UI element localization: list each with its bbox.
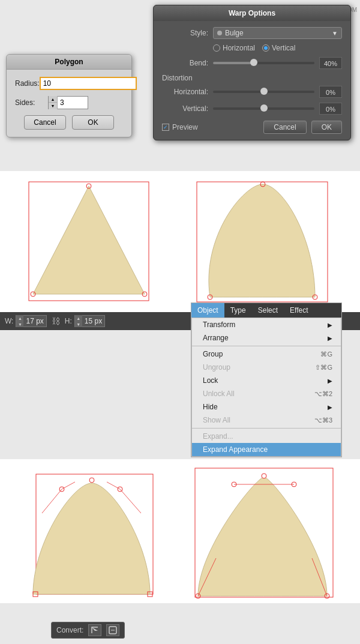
convert-corner-button[interactable] [88, 624, 101, 636]
bottom-canvas-area [0, 459, 360, 603]
w-value: 17 px [23, 317, 46, 325]
menu-group[interactable]: Group ⌘G [192, 348, 341, 361]
separator-2 [192, 428, 341, 429]
h-value: 15 px [82, 317, 104, 325]
vertical-radio-label: Vertical [272, 44, 295, 52]
svg-line-14 [42, 489, 62, 513]
object-dropdown: Transform ▶ Arrange ▶ Group ⌘G Ungroup ⇧… [191, 317, 341, 457]
polygon-ok-button[interactable]: OK [72, 115, 114, 130]
vertical-radio[interactable]: Vertical [262, 44, 295, 52]
preview-label: Preview [172, 123, 198, 131]
svg-point-23 [262, 474, 266, 478]
right-bottom-shape-svg [183, 465, 345, 603]
horizontal-radio-circle [213, 44, 220, 52]
w-spinbox[interactable]: ▲ ▼ 17 px [16, 315, 46, 327]
menu-effect[interactable]: Effect [284, 303, 314, 317]
menu-unlock-all[interactable]: Unlock All ⌥⌘2 [192, 387, 341, 400]
preview-checkbox-icon: ✓ [162, 124, 169, 131]
warp-ok-button[interactable]: OK [311, 121, 342, 134]
menu-object[interactable]: Object [191, 303, 224, 317]
polygon-dialog: Polygon Radius: Sides: ▲ ▼ 3 Cancel OK [6, 54, 132, 137]
svg-line-17 [107, 482, 120, 489]
menu-bar-items: Object Type Select Effect [191, 303, 341, 317]
style-label: Style: [162, 29, 213, 37]
h-down-arrow[interactable]: ▼ [75, 321, 82, 327]
style-dot-icon [217, 31, 222, 35]
separator-1 [192, 346, 341, 346]
convert-toolbar: Convert: [51, 622, 125, 639]
sides-spinner[interactable]: ▲ ▼ 3 [48, 96, 88, 109]
horizontal-radio[interactable]: Horizontal [213, 44, 255, 52]
sides-down-arrow[interactable]: ▼ [49, 103, 57, 109]
svg-marker-1 [33, 186, 145, 294]
horiz-distortion-label: Horizontal: [162, 88, 213, 96]
menu-expand[interactable]: Expand... [192, 430, 341, 443]
sides-label: Sides: [15, 98, 48, 107]
top-canvas-area [0, 171, 360, 312]
warp-dialog-title: Warp Options [154, 5, 350, 21]
dropdown-arrow-icon: ▼ [332, 30, 338, 37]
sides-up-arrow[interactable]: ▲ [49, 96, 57, 103]
object-menu: Object Type Select Effect Transform ▶ Ar… [191, 302, 342, 457]
radius-label: Radius: [15, 79, 40, 88]
link-icon: ⛓ [52, 316, 60, 326]
radius-input[interactable] [40, 77, 137, 90]
bend-value: 40% [319, 57, 342, 69]
warp-cancel-button[interactable]: Cancel [263, 121, 306, 134]
horiz-distortion-slider[interactable]: 0% [213, 86, 342, 98]
menu-transform[interactable]: Transform ▶ [192, 318, 341, 331]
menu-expand-appearance[interactable]: Expand Appearance [192, 443, 341, 456]
convert-label: Convert: [56, 626, 83, 634]
menu-arrange[interactable]: Arrange ▶ [192, 331, 341, 345]
w-up-arrow[interactable]: ▲ [16, 315, 23, 321]
menu-type[interactable]: Type [224, 303, 252, 317]
orientation-radio-group: Horizontal Vertical [213, 44, 342, 52]
svg-line-16 [62, 482, 75, 489]
vert-distortion-slider[interactable]: 0% [213, 103, 342, 115]
bend-slider[interactable]: 40% [213, 57, 342, 69]
style-value: Bulge [225, 29, 244, 37]
polygon-cancel-button[interactable]: Cancel [24, 115, 66, 130]
warp-dialog: Warp Options Style: Bulge ▼ Horizontal V… [153, 5, 351, 140]
vert-distortion-value: 0% [319, 103, 342, 115]
h-spinbox[interactable]: ▲ ▼ 15 px [74, 315, 105, 327]
horiz-distortion-value: 0% [319, 86, 342, 98]
vertical-radio-circle [262, 44, 269, 52]
h-label: H: [65, 317, 72, 325]
convert-smooth-button[interactable] [106, 624, 119, 636]
svg-line-15 [120, 489, 141, 513]
menu-ungroup[interactable]: Ungroup ⇧⌘G [192, 361, 341, 374]
menu-hide[interactable]: Hide ▶ [192, 400, 341, 414]
h-up-arrow[interactable]: ▲ [75, 315, 82, 321]
bend-label: Bend: [162, 59, 213, 67]
svg-point-12 [89, 478, 94, 483]
distortion-label: Distortion [162, 74, 342, 82]
sides-value: 3 [58, 98, 88, 107]
menu-show-all[interactable]: Show All ⌥⌘3 [192, 414, 341, 427]
menu-select[interactable]: Select [252, 303, 284, 317]
polygon-dialog-title: Polygon [7, 55, 131, 70]
menu-lock[interactable]: Lock ▶ [192, 374, 341, 387]
left-triangle-svg [12, 177, 168, 309]
vert-distortion-label: Vertical: [162, 104, 213, 113]
w-down-arrow[interactable]: ▼ [16, 321, 23, 327]
w-label: W: [5, 317, 13, 325]
style-select[interactable]: Bulge ▼ [213, 27, 342, 39]
svg-marker-29 [92, 627, 98, 631]
horizontal-radio-label: Horizontal [223, 44, 255, 52]
preview-checkbox[interactable]: ✓ Preview [162, 123, 198, 131]
right-triangle-svg [186, 177, 342, 309]
left-bottom-shape-svg [9, 465, 171, 603]
